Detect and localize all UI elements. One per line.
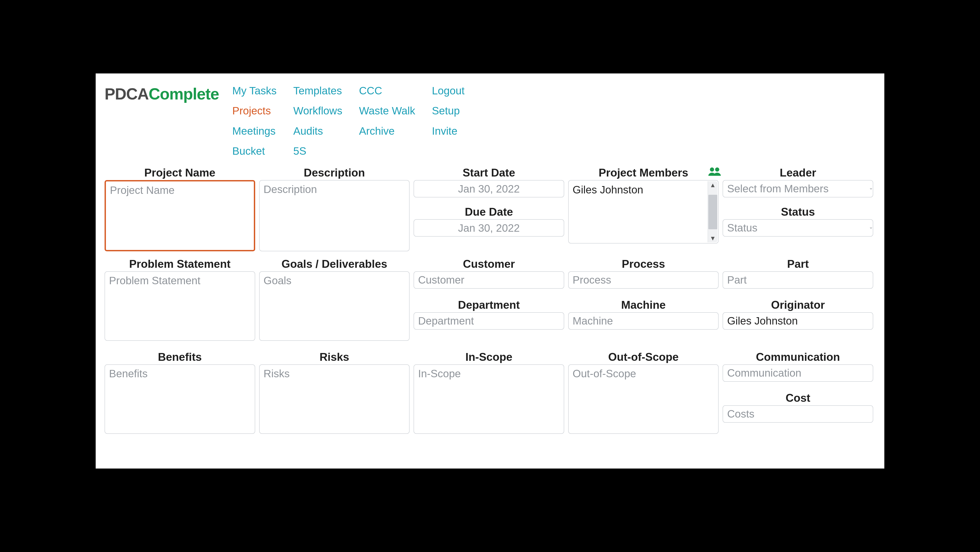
label-project-members-text: Project Members xyxy=(599,166,688,179)
label-communication: Communication xyxy=(722,350,873,364)
svg-point-0 xyxy=(710,168,714,172)
label-description: Description xyxy=(259,165,410,180)
nav-templates[interactable]: Templates xyxy=(293,81,342,101)
label-due-date: Due Date xyxy=(414,204,564,219)
nav-logout[interactable]: Logout xyxy=(432,81,465,101)
process-input[interactable] xyxy=(568,271,719,289)
label-process: Process xyxy=(568,257,719,271)
label-originator: Originator xyxy=(722,298,873,312)
project-members-listbox[interactable]: Giles Johnston ▲ ▼ xyxy=(568,180,719,244)
label-goals: Goals / Deliverables xyxy=(259,257,410,271)
scroll-thumb[interactable] xyxy=(708,195,717,229)
members-scrollbar[interactable]: ▲ ▼ xyxy=(708,181,718,242)
benefits-input[interactable] xyxy=(105,364,255,434)
label-out-of-scope: Out-of-Scope xyxy=(568,350,719,364)
nav-my-tasks[interactable]: My Tasks xyxy=(232,81,277,101)
due-date-input[interactable]: Jan 30, 2022 xyxy=(414,219,564,237)
description-input[interactable] xyxy=(259,180,410,251)
svg-point-1 xyxy=(715,168,719,172)
label-part: Part xyxy=(722,257,873,271)
label-in-scope: In-Scope xyxy=(414,350,564,364)
label-project-name: Project Name xyxy=(105,165,255,180)
in-scope-input[interactable] xyxy=(414,364,564,434)
start-date-input[interactable]: Jan 30, 2022 xyxy=(414,180,564,198)
nav-workflows[interactable]: Workflows xyxy=(293,101,342,121)
nav-col-2: Templates Workflows Audits 5S xyxy=(293,81,342,161)
project-form: Project Name Description Start Date Proj… xyxy=(105,165,873,434)
label-start-date: Start Date xyxy=(414,165,564,180)
nav-archive[interactable]: Archive xyxy=(359,121,415,141)
nav-col-4: Logout Setup Invite xyxy=(432,81,465,161)
label-leader: Leader xyxy=(722,165,873,180)
project-name-input[interactable] xyxy=(105,180,255,251)
part-input[interactable] xyxy=(722,271,873,289)
header: PDCAComplete My Tasks Projects Meetings … xyxy=(105,79,873,161)
nav-5s[interactable]: 5S xyxy=(293,141,342,161)
label-machine: Machine xyxy=(568,298,719,312)
status-select[interactable]: Status xyxy=(722,219,873,237)
risks-input[interactable] xyxy=(259,364,410,434)
scroll-down-icon[interactable]: ▼ xyxy=(710,235,716,241)
nav-setup[interactable]: Setup xyxy=(432,101,465,121)
label-project-members: Project Members xyxy=(568,165,719,180)
logo-text-complete: Complete xyxy=(149,85,219,103)
app-window: PDCAComplete My Tasks Projects Meetings … xyxy=(95,73,885,469)
leader-select[interactable]: Select from Members xyxy=(722,180,873,198)
goals-input[interactable] xyxy=(259,271,410,341)
nav-col-1: My Tasks Projects Meetings Bucket xyxy=(232,81,277,161)
department-input[interactable] xyxy=(414,312,564,330)
main-nav: My Tasks Projects Meetings Bucket Templa… xyxy=(232,79,465,161)
nav-waste-walk[interactable]: Waste Walk xyxy=(359,101,415,121)
label-department: Department xyxy=(414,298,564,312)
label-benefits: Benefits xyxy=(105,350,255,364)
customer-input[interactable] xyxy=(414,271,564,289)
logo-text-pdca: PDCA xyxy=(105,85,149,103)
cost-input[interactable] xyxy=(722,405,873,423)
out-of-scope-input[interactable] xyxy=(568,364,719,434)
label-customer: Customer xyxy=(414,257,564,271)
nav-col-3: CCC Waste Walk Archive xyxy=(359,81,415,161)
nav-projects[interactable]: Projects xyxy=(232,101,277,121)
people-icon[interactable] xyxy=(708,166,721,179)
label-status: Status xyxy=(722,204,873,219)
nav-audits[interactable]: Audits xyxy=(293,121,342,141)
originator-input[interactable] xyxy=(722,312,873,330)
app-logo: PDCAComplete xyxy=(105,79,219,103)
label-cost: Cost xyxy=(722,391,873,405)
scroll-up-icon[interactable]: ▲ xyxy=(710,182,716,188)
machine-input[interactable] xyxy=(568,312,719,330)
problem-statement-input[interactable] xyxy=(105,271,255,341)
label-risks: Risks xyxy=(259,350,410,364)
project-member-item[interactable]: Giles Johnston xyxy=(573,184,643,196)
communication-input[interactable] xyxy=(722,364,873,382)
nav-invite[interactable]: Invite xyxy=(432,121,465,141)
nav-ccc[interactable]: CCC xyxy=(359,81,415,101)
nav-bucket[interactable]: Bucket xyxy=(232,141,277,161)
label-problem-statement: Problem Statement xyxy=(105,257,255,271)
nav-meetings[interactable]: Meetings xyxy=(232,121,277,141)
